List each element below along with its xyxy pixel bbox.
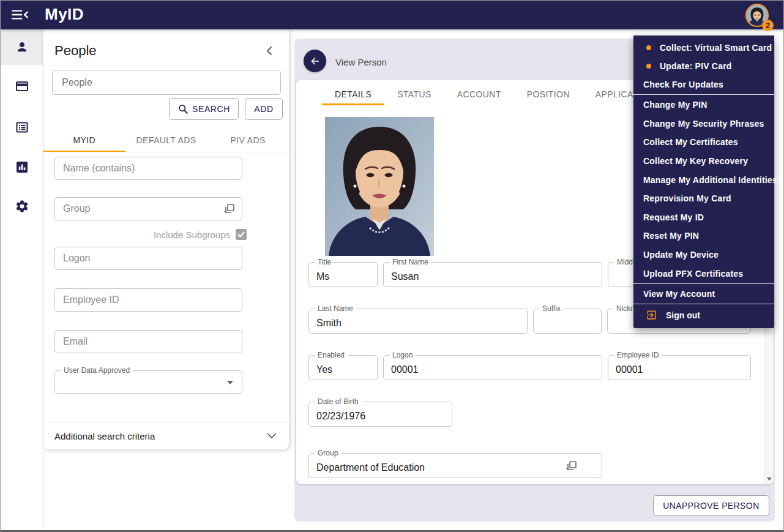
additional-search-criteria[interactable]: Additional search criteria bbox=[43, 422, 289, 449]
user-data-approved-label: User Data Approved bbox=[61, 366, 133, 375]
app-window: MyID 2 bbox=[0, 0, 784, 532]
list-icon bbox=[15, 120, 29, 135]
add-button-label: ADD bbox=[254, 104, 273, 114]
person-icon bbox=[15, 40, 29, 54]
menu-item-collect-virtual-smart-card[interactable]: Collect: Virtual Smart Card bbox=[633, 39, 774, 57]
nav-item-reports[interactable] bbox=[1, 149, 43, 185]
menu-item-change-my-security-phrases[interactable]: Change My Security Phrases bbox=[633, 114, 774, 133]
tab-account[interactable]: ACCOUNT bbox=[444, 84, 514, 105]
group-value-field[interactable] bbox=[309, 454, 602, 478]
menu-item-check-for-updates[interactable]: Check For Updates bbox=[633, 75, 774, 94]
notification-badge: 2 bbox=[762, 20, 774, 31]
nav-rail bbox=[1, 29, 43, 531]
logon-value-field[interactable] bbox=[384, 356, 602, 380]
task-bullet-icon bbox=[646, 64, 651, 69]
card-icon bbox=[14, 79, 30, 94]
page-title: View Person bbox=[335, 57, 387, 67]
person-photo bbox=[325, 117, 434, 256]
group-value-label: Group bbox=[315, 449, 341, 457]
search-button[interactable]: SEARCH bbox=[169, 98, 239, 120]
search-source-tabs: MYID DEFAULT ADS PIV ADS bbox=[43, 130, 289, 152]
back-button[interactable] bbox=[304, 50, 326, 72]
category-input[interactable] bbox=[52, 70, 281, 95]
title-label: Title bbox=[315, 258, 334, 266]
task-bullet-icon bbox=[646, 45, 651, 50]
date-of-birth-label: Date of Birth bbox=[315, 397, 362, 406]
nav-item-requests[interactable] bbox=[1, 110, 43, 145]
group-field[interactable] bbox=[54, 197, 242, 220]
chart-icon bbox=[15, 160, 29, 174]
employee-id-label: Employee ID bbox=[614, 351, 662, 359]
scroll-down-icon bbox=[767, 478, 772, 481]
group-select-icon[interactable] bbox=[223, 203, 235, 215]
chevron-left-icon bbox=[265, 46, 274, 56]
search-icon bbox=[177, 103, 189, 114]
menu-item-reset-my-pin[interactable]: Reset My PIN bbox=[633, 227, 774, 245]
menu-item-manage-my-additional-identities[interactable]: Manage My Additional Identities bbox=[633, 170, 774, 189]
tab-piv-ads[interactable]: PIV ADS bbox=[207, 130, 289, 152]
nav-item-people[interactable] bbox=[1, 29, 43, 65]
enabled-label: Enabled bbox=[315, 351, 348, 359]
include-subgroups-label: Include Subgroups bbox=[154, 230, 230, 240]
employee-id-field[interactable] bbox=[54, 288, 242, 312]
logon-label: Logon bbox=[389, 351, 416, 359]
dropdown-arrow-icon[interactable] bbox=[227, 381, 233, 384]
suffix-label: Suffix bbox=[539, 304, 564, 313]
menu-item-collect-my-certificates[interactable]: Collect My Certificates bbox=[633, 133, 774, 152]
menu-item-upload-pfx-certificates[interactable]: Upload PFX Certificates bbox=[633, 264, 774, 283]
include-subgroups-checkbox[interactable] bbox=[236, 229, 247, 240]
sign-out-label: Sign out bbox=[666, 310, 700, 320]
tab-status[interactable]: STATUS bbox=[384, 84, 444, 105]
group-select-icon[interactable] bbox=[565, 460, 577, 472]
gear-icon bbox=[15, 199, 29, 214]
search-panel: People SEARCH ADD MYID DEFAULT ADS PIV A… bbox=[43, 29, 289, 449]
menu-item-update-my-device[interactable]: Update My Device bbox=[633, 245, 774, 264]
arrow-back-icon bbox=[309, 55, 321, 67]
check-icon bbox=[237, 230, 245, 239]
menu-toggle-icon[interactable] bbox=[10, 7, 31, 23]
menu-item-view-my-account[interactable]: View My Account bbox=[633, 285, 774, 303]
name-contains-field[interactable] bbox=[54, 157, 242, 180]
additional-search-criteria-label: Additional search criteria bbox=[54, 431, 267, 441]
tab-myid[interactable]: MYID bbox=[43, 130, 125, 152]
email-field[interactable] bbox=[54, 330, 242, 353]
menu-item-sign-out[interactable]: Sign out bbox=[633, 305, 774, 326]
panel-title: People bbox=[54, 43, 97, 59]
menu-divider bbox=[633, 283, 774, 284]
menu-item-collect-my-key-recovery[interactable]: Collect My Key Recovery bbox=[633, 152, 774, 171]
menu-item-update-piv-card[interactable]: Update: PIV Card bbox=[633, 57, 774, 75]
menu-divider bbox=[633, 94, 774, 95]
unapprove-person-button[interactable]: UNAPPROVE PERSON bbox=[653, 495, 769, 516]
nav-item-cards[interactable] bbox=[1, 69, 43, 104]
sign-out-icon bbox=[646, 309, 657, 321]
menu-item-change-my-pin[interactable]: Change My PIN bbox=[633, 96, 774, 114]
user-menu: Collect: Virtual Smart Card Update: PIV … bbox=[633, 36, 774, 328]
collapse-panel-button[interactable] bbox=[263, 44, 276, 58]
app-title: MyID bbox=[45, 5, 84, 24]
search-button-label: SEARCH bbox=[192, 104, 230, 114]
top-bar: MyID 2 bbox=[1, 1, 783, 29]
tab-default-ads[interactable]: DEFAULT ADS bbox=[125, 130, 207, 152]
chevron-down-icon bbox=[267, 432, 277, 440]
first-name-label: First Name bbox=[389, 258, 431, 266]
menu-item-label: Collect: Virtual Smart Card bbox=[660, 43, 772, 53]
tab-details[interactable]: DETAILS bbox=[322, 84, 384, 105]
logon-field[interactable] bbox=[54, 247, 242, 270]
unapprove-person-label: UNAPPROVE PERSON bbox=[663, 501, 759, 511]
last-name-label: Last Name bbox=[315, 304, 356, 313]
menu-item-request-my-id[interactable]: Request My ID bbox=[633, 208, 774, 227]
add-button[interactable]: ADD bbox=[245, 98, 283, 120]
menu-item-reprovision-my-card[interactable]: Reprovision My Card bbox=[633, 189, 774, 208]
menu-divider bbox=[633, 304, 774, 304]
nav-item-settings[interactable] bbox=[1, 189, 43, 224]
tab-position[interactable]: POSITION bbox=[514, 84, 583, 105]
menu-item-label: Update: PIV Card bbox=[660, 61, 732, 71]
